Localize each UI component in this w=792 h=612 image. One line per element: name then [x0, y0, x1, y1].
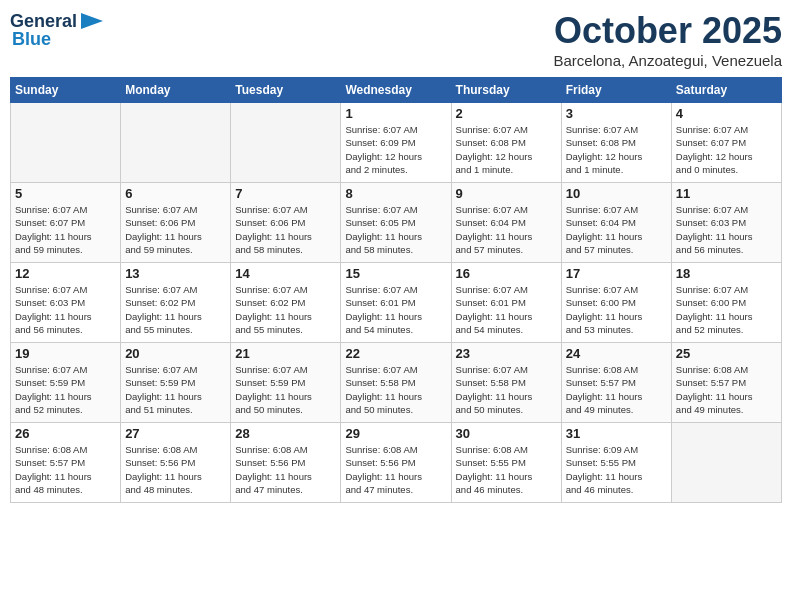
day-info: Sunrise: 6:07 AMSunset: 6:08 PMDaylight:…: [566, 123, 667, 176]
calendar-day-15: 15Sunrise: 6:07 AMSunset: 6:01 PMDayligh…: [341, 263, 451, 343]
day-number: 30: [456, 426, 557, 441]
day-info: Sunrise: 6:08 AMSunset: 5:56 PMDaylight:…: [345, 443, 446, 496]
day-info: Sunrise: 6:07 AMSunset: 6:00 PMDaylight:…: [566, 283, 667, 336]
day-info: Sunrise: 6:07 AMSunset: 5:58 PMDaylight:…: [456, 363, 557, 416]
day-info: Sunrise: 6:07 AMSunset: 6:05 PMDaylight:…: [345, 203, 446, 256]
day-info: Sunrise: 6:08 AMSunset: 5:56 PMDaylight:…: [125, 443, 226, 496]
day-number: 22: [345, 346, 446, 361]
calendar-week-row: 12Sunrise: 6:07 AMSunset: 6:03 PMDayligh…: [11, 263, 782, 343]
calendar-day-3: 3Sunrise: 6:07 AMSunset: 6:08 PMDaylight…: [561, 103, 671, 183]
calendar-week-row: 5Sunrise: 6:07 AMSunset: 6:07 PMDaylight…: [11, 183, 782, 263]
day-number: 16: [456, 266, 557, 281]
day-number: 15: [345, 266, 446, 281]
calendar-day-30: 30Sunrise: 6:08 AMSunset: 5:55 PMDayligh…: [451, 423, 561, 503]
calendar-week-row: 26Sunrise: 6:08 AMSunset: 5:57 PMDayligh…: [11, 423, 782, 503]
calendar-day-24: 24Sunrise: 6:08 AMSunset: 5:57 PMDayligh…: [561, 343, 671, 423]
day-info: Sunrise: 6:09 AMSunset: 5:55 PMDaylight:…: [566, 443, 667, 496]
calendar-day-28: 28Sunrise: 6:08 AMSunset: 5:56 PMDayligh…: [231, 423, 341, 503]
calendar-day-19: 19Sunrise: 6:07 AMSunset: 5:59 PMDayligh…: [11, 343, 121, 423]
calendar-empty-cell: [671, 423, 781, 503]
day-number: 29: [345, 426, 446, 441]
day-number: 18: [676, 266, 777, 281]
logo-arrow-icon: [81, 13, 103, 29]
day-number: 11: [676, 186, 777, 201]
calendar-empty-cell: [231, 103, 341, 183]
weekday-header-thursday: Thursday: [451, 78, 561, 103]
day-info: Sunrise: 6:08 AMSunset: 5:57 PMDaylight:…: [566, 363, 667, 416]
day-info: Sunrise: 6:07 AMSunset: 6:08 PMDaylight:…: [456, 123, 557, 176]
calendar-table: SundayMondayTuesdayWednesdayThursdayFrid…: [10, 77, 782, 503]
weekday-header-wednesday: Wednesday: [341, 78, 451, 103]
day-info: Sunrise: 6:07 AMSunset: 6:03 PMDaylight:…: [15, 283, 116, 336]
weekday-header-monday: Monday: [121, 78, 231, 103]
weekday-header-friday: Friday: [561, 78, 671, 103]
calendar-week-row: 19Sunrise: 6:07 AMSunset: 5:59 PMDayligh…: [11, 343, 782, 423]
day-number: 3: [566, 106, 667, 121]
day-number: 21: [235, 346, 336, 361]
weekday-header-saturday: Saturday: [671, 78, 781, 103]
day-number: 28: [235, 426, 336, 441]
day-info: Sunrise: 6:08 AMSunset: 5:57 PMDaylight:…: [676, 363, 777, 416]
day-number: 1: [345, 106, 446, 121]
calendar-day-4: 4Sunrise: 6:07 AMSunset: 6:07 PMDaylight…: [671, 103, 781, 183]
day-number: 10: [566, 186, 667, 201]
calendar-day-26: 26Sunrise: 6:08 AMSunset: 5:57 PMDayligh…: [11, 423, 121, 503]
day-info: Sunrise: 6:07 AMSunset: 6:06 PMDaylight:…: [235, 203, 336, 256]
day-number: 17: [566, 266, 667, 281]
day-info: Sunrise: 6:07 AMSunset: 6:01 PMDaylight:…: [456, 283, 557, 336]
calendar-day-18: 18Sunrise: 6:07 AMSunset: 6:00 PMDayligh…: [671, 263, 781, 343]
day-info: Sunrise: 6:07 AMSunset: 6:02 PMDaylight:…: [125, 283, 226, 336]
day-number: 24: [566, 346, 667, 361]
calendar-day-21: 21Sunrise: 6:07 AMSunset: 5:59 PMDayligh…: [231, 343, 341, 423]
calendar-day-13: 13Sunrise: 6:07 AMSunset: 6:02 PMDayligh…: [121, 263, 231, 343]
day-info: Sunrise: 6:07 AMSunset: 5:59 PMDaylight:…: [235, 363, 336, 416]
svg-marker-0: [81, 13, 103, 29]
month-title: October 2025: [553, 10, 782, 52]
calendar-day-16: 16Sunrise: 6:07 AMSunset: 6:01 PMDayligh…: [451, 263, 561, 343]
calendar-day-2: 2Sunrise: 6:07 AMSunset: 6:08 PMDaylight…: [451, 103, 561, 183]
title-area: October 2025 Barcelona, Anzoategui, Vene…: [553, 10, 782, 69]
day-info: Sunrise: 6:07 AMSunset: 6:02 PMDaylight:…: [235, 283, 336, 336]
calendar-day-9: 9Sunrise: 6:07 AMSunset: 6:04 PMDaylight…: [451, 183, 561, 263]
calendar-day-17: 17Sunrise: 6:07 AMSunset: 6:00 PMDayligh…: [561, 263, 671, 343]
day-number: 4: [676, 106, 777, 121]
day-info: Sunrise: 6:07 AMSunset: 5:59 PMDaylight:…: [15, 363, 116, 416]
day-number: 5: [15, 186, 116, 201]
calendar-day-1: 1Sunrise: 6:07 AMSunset: 6:09 PMDaylight…: [341, 103, 451, 183]
calendar-day-6: 6Sunrise: 6:07 AMSunset: 6:06 PMDaylight…: [121, 183, 231, 263]
day-info: Sunrise: 6:07 AMSunset: 6:09 PMDaylight:…: [345, 123, 446, 176]
day-number: 12: [15, 266, 116, 281]
calendar-day-10: 10Sunrise: 6:07 AMSunset: 6:04 PMDayligh…: [561, 183, 671, 263]
logo: General Blue: [10, 10, 103, 50]
day-info: Sunrise: 6:07 AMSunset: 6:04 PMDaylight:…: [566, 203, 667, 256]
day-info: Sunrise: 6:07 AMSunset: 5:58 PMDaylight:…: [345, 363, 446, 416]
calendar-day-14: 14Sunrise: 6:07 AMSunset: 6:02 PMDayligh…: [231, 263, 341, 343]
location-subtitle: Barcelona, Anzoategui, Venezuela: [553, 52, 782, 69]
calendar-day-29: 29Sunrise: 6:08 AMSunset: 5:56 PMDayligh…: [341, 423, 451, 503]
day-number: 6: [125, 186, 226, 201]
weekday-header-sunday: Sunday: [11, 78, 121, 103]
day-info: Sunrise: 6:07 AMSunset: 6:07 PMDaylight:…: [15, 203, 116, 256]
day-info: Sunrise: 6:08 AMSunset: 5:57 PMDaylight:…: [15, 443, 116, 496]
day-number: 20: [125, 346, 226, 361]
day-number: 14: [235, 266, 336, 281]
calendar-empty-cell: [11, 103, 121, 183]
calendar-day-7: 7Sunrise: 6:07 AMSunset: 6:06 PMDaylight…: [231, 183, 341, 263]
calendar-day-12: 12Sunrise: 6:07 AMSunset: 6:03 PMDayligh…: [11, 263, 121, 343]
day-info: Sunrise: 6:07 AMSunset: 6:03 PMDaylight:…: [676, 203, 777, 256]
day-info: Sunrise: 6:07 AMSunset: 6:07 PMDaylight:…: [676, 123, 777, 176]
calendar-day-27: 27Sunrise: 6:08 AMSunset: 5:56 PMDayligh…: [121, 423, 231, 503]
day-info: Sunrise: 6:07 AMSunset: 6:01 PMDaylight:…: [345, 283, 446, 336]
calendar-day-5: 5Sunrise: 6:07 AMSunset: 6:07 PMDaylight…: [11, 183, 121, 263]
weekday-header-row: SundayMondayTuesdayWednesdayThursdayFrid…: [11, 78, 782, 103]
day-number: 7: [235, 186, 336, 201]
day-number: 2: [456, 106, 557, 121]
day-info: Sunrise: 6:07 AMSunset: 6:06 PMDaylight:…: [125, 203, 226, 256]
calendar-day-8: 8Sunrise: 6:07 AMSunset: 6:05 PMDaylight…: [341, 183, 451, 263]
day-info: Sunrise: 6:07 AMSunset: 6:04 PMDaylight:…: [456, 203, 557, 256]
day-number: 23: [456, 346, 557, 361]
calendar-day-22: 22Sunrise: 6:07 AMSunset: 5:58 PMDayligh…: [341, 343, 451, 423]
day-number: 25: [676, 346, 777, 361]
calendar-day-20: 20Sunrise: 6:07 AMSunset: 5:59 PMDayligh…: [121, 343, 231, 423]
page-header: General Blue October 2025 Barcelona, Anz…: [10, 10, 782, 69]
